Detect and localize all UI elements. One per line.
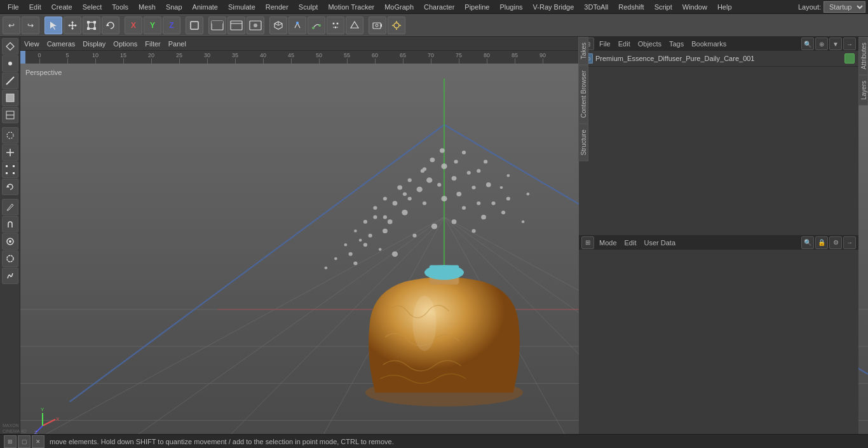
point-mode-btn[interactable]: [2, 55, 18, 72]
svg-marker-32: [351, 22, 358, 28]
cube-button[interactable]: [269, 17, 287, 34]
objects-filter-btn[interactable]: ⊕: [815, 37, 828, 50]
select-button[interactable]: [44, 17, 62, 34]
attributes-content: [579, 250, 858, 435]
svg-point-42: [8, 62, 12, 65]
poly-mode-btn[interactable]: [2, 90, 18, 106]
viewport-menu-display[interactable]: Display: [83, 40, 105, 48]
live-select-btn[interactable]: [2, 127, 18, 144]
menu-plugins[interactable]: Plugins: [494, 2, 527, 12]
objects-tags-btn[interactable]: Tags: [667, 40, 686, 48]
menu-help[interactable]: Help: [712, 2, 737, 12]
menu-render[interactable]: Render: [261, 2, 294, 12]
edge-mode-btn[interactable]: [2, 72, 18, 89]
move-tool-btn[interactable]: [2, 144, 18, 161]
deformer-button[interactable]: [308, 17, 325, 34]
uv-mode-btn[interactable]: [2, 107, 18, 123]
redo-button[interactable]: ↪: [22, 17, 39, 34]
object-mode-button[interactable]: [186, 17, 203, 34]
viewport-menu-filter[interactable]: Filter: [145, 40, 160, 48]
svg-point-105: [491, 201, 495, 205]
object-entry[interactable]: L0 Premium_Essence_Diffuser_Pure_Daily_C…: [579, 51, 858, 67]
menu-select[interactable]: Select: [78, 2, 107, 12]
svg-point-101: [408, 197, 412, 201]
menu-create[interactable]: Create: [46, 2, 78, 12]
svg-point-134: [325, 266, 328, 269]
rotate-tool-btn[interactable]: [2, 179, 18, 195]
menu-file[interactable]: File: [3, 2, 24, 12]
vtab-takes[interactable]: Takes: [578, 37, 588, 65]
render-picture-button[interactable]: [208, 17, 226, 34]
viewport-menu-view[interactable]: View: [24, 40, 39, 48]
attr-lock-btn[interactable]: 🔒: [815, 236, 828, 249]
window-icon[interactable]: ⊞: [4, 435, 17, 448]
menu-redshift[interactable]: Redshift: [613, 2, 649, 12]
x-axis-button[interactable]: X: [125, 17, 142, 34]
menu-window[interactable]: Window: [677, 2, 712, 12]
particle-button[interactable]: [327, 17, 344, 34]
menu-vray[interactable]: V-Ray Bridge: [528, 2, 580, 12]
objects-bookmarks-btn[interactable]: Bookmarks: [689, 40, 729, 48]
scale-button[interactable]: [83, 17, 100, 34]
magnet-btn[interactable]: [2, 216, 18, 233]
menu-simulate[interactable]: Simulate: [223, 2, 261, 12]
attr-settings-btn[interactable]: ⚙: [829, 236, 842, 249]
svg-point-85: [363, 243, 367, 247]
menu-script[interactable]: Script: [649, 2, 677, 12]
paint-btn[interactable]: [2, 250, 18, 267]
vtab-structure[interactable]: Structure: [578, 124, 588, 161]
menu-animate[interactable]: Animate: [187, 2, 223, 12]
attr-search-btn[interactable]: 🔍: [801, 236, 814, 249]
render-anim-button[interactable]: [227, 17, 245, 34]
undo-button[interactable]: ↩: [3, 17, 20, 34]
vtab-attributes[interactable]: Attributes: [858, 37, 868, 75]
menu-mograph[interactable]: MoGraph: [379, 2, 419, 12]
pen-button[interactable]: [288, 17, 306, 34]
vtab-layers[interactable]: Layers: [858, 75, 868, 105]
objects-more-btn[interactable]: →: [843, 37, 856, 50]
viewport-menu-panel[interactable]: Panel: [168, 40, 186, 48]
svg-point-108: [397, 185, 402, 189]
texture-btn[interactable]: [2, 233, 18, 250]
camera-button[interactable]: [369, 17, 386, 34]
objects-search-btn[interactable]: 🔍: [801, 37, 814, 50]
menu-sculpt[interactable]: Sculpt: [294, 2, 323, 12]
make-preview-button[interactable]: [247, 17, 264, 34]
layout-select[interactable]: Startup: [824, 1, 865, 13]
light-button[interactable]: [388, 17, 405, 34]
objects-objects-btn[interactable]: Objects: [635, 40, 664, 48]
menu-3dtoall[interactable]: 3DToAll: [579, 2, 613, 12]
field-button[interactable]: [346, 17, 363, 34]
attr-more-btn[interactable]: →: [843, 236, 856, 249]
rotate-button[interactable]: [102, 17, 119, 34]
objects-settings-btn[interactable]: ▼: [829, 37, 842, 50]
objects-edit-btn[interactable]: Edit: [616, 40, 633, 48]
attr-edit-btn[interactable]: Edit: [622, 239, 639, 247]
y-axis-button[interactable]: Y: [144, 17, 161, 34]
svg-point-81: [412, 234, 416, 238]
menu-tools[interactable]: Tools: [107, 2, 133, 12]
sculpt-btn[interactable]: [2, 268, 18, 284]
vtab-content-browser[interactable]: Content Browser: [578, 65, 588, 123]
layout-label: Layout:: [798, 3, 821, 11]
attr-mode-btn[interactable]: Mode: [597, 239, 620, 247]
svg-point-111: [467, 171, 471, 175]
close-btn[interactable]: ✕: [32, 435, 44, 448]
menu-motion-tracker[interactable]: Motion Tracker: [323, 2, 379, 12]
z-axis-button[interactable]: Z: [163, 17, 180, 34]
menu-pipeline[interactable]: Pipeline: [459, 2, 494, 12]
scale-tool-btn[interactable]: [2, 161, 18, 178]
attr-userdata-btn[interactable]: User Data: [642, 239, 679, 247]
move-button[interactable]: [64, 17, 81, 34]
minimize-btn[interactable]: ▢: [18, 435, 31, 448]
menu-edit[interactable]: Edit: [24, 2, 46, 12]
viewport-menu-cameras[interactable]: Cameras: [47, 40, 76, 48]
menu-character[interactable]: Character: [419, 2, 459, 12]
menu-snap[interactable]: Snap: [161, 2, 187, 12]
model-mode-btn[interactable]: [2, 38, 18, 55]
menu-mesh[interactable]: Mesh: [133, 2, 161, 12]
objects-file-btn[interactable]: File: [597, 40, 613, 48]
knife-btn[interactable]: [2, 199, 18, 215]
status-text: move elements. Hold down SHIFT to quanti…: [50, 438, 394, 445]
viewport-menu-options[interactable]: Options: [113, 40, 137, 48]
